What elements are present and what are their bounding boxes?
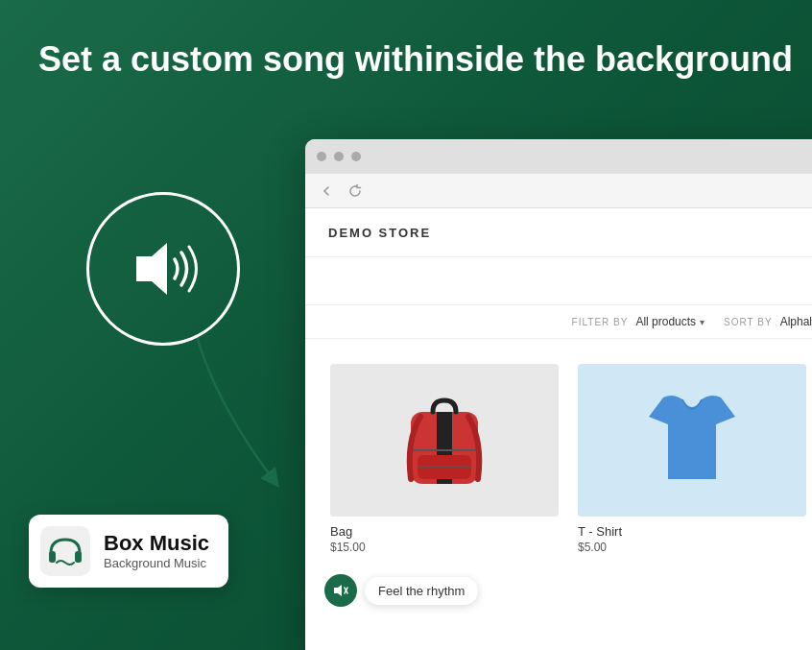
music-player-widget: Feel the rhythm	[324, 574, 478, 607]
badge-title: Box Music	[104, 532, 209, 555]
arrow-line	[168, 326, 293, 499]
product-card-bag: Bag $15.00	[321, 354, 568, 526]
chevron-down-icon: ▾	[700, 317, 705, 327]
product-card-tshirt: T - Shirt $5.00	[568, 354, 812, 526]
badge-icon	[40, 526, 90, 576]
speaker-circle	[86, 192, 240, 346]
browser-dot-green	[351, 152, 361, 161]
product-price-bag: $15.00	[330, 541, 559, 554]
product-name-bag: Bag	[330, 524, 559, 539]
store-header: DEMO STORE	[305, 208, 812, 257]
store-nav	[305, 257, 812, 305]
headphones-icon	[47, 534, 84, 568]
sort-value: Alphal	[780, 315, 812, 328]
main-container: Set a custom song withinside the backgro…	[0, 0, 812, 650]
store-name: DEMO STORE	[328, 226, 431, 240]
browser-dot-red	[317, 152, 326, 161]
svg-marker-6	[334, 585, 342, 596]
browser-dot-yellow	[334, 152, 344, 161]
music-player-btn[interactable]	[324, 574, 357, 607]
products-grid: Bag $15.00 T - Shirt $5.00	[305, 339, 812, 542]
product-image-tshirt	[578, 364, 806, 517]
filter-bar: FILTER BY All products ▾ SORT BY Alphal	[305, 305, 812, 339]
badge-subtitle: Background Music	[104, 556, 209, 570]
headline: Set a custom song withinside the backgro…	[38, 38, 812, 80]
badge-text: Box Music Background Music	[104, 532, 209, 569]
product-price-tshirt: $5.00	[578, 541, 806, 554]
speaker-icon	[125, 235, 202, 302]
browser-titlebar	[305, 139, 812, 174]
browser-refresh-btn[interactable]	[346, 181, 365, 201]
browser-toolbar	[305, 174, 812, 208]
browser-back-btn[interactable]	[317, 181, 336, 201]
product-image-bag	[330, 364, 559, 517]
tshirt-svg	[644, 388, 740, 494]
filter-dropdown[interactable]: All products ▾	[635, 315, 705, 328]
product-name-tshirt: T - Shirt	[578, 524, 806, 539]
filter-label: FILTER BY	[572, 317, 629, 327]
svg-rect-10	[75, 551, 82, 563]
mute-icon	[333, 584, 348, 597]
svg-rect-9	[49, 551, 56, 563]
browser-mockup: DEMO STORE FILTER BY All products ▾ SORT…	[305, 139, 812, 650]
browser-content: DEMO STORE FILTER BY All products ▾ SORT…	[305, 208, 812, 650]
filter-value: All products	[635, 315, 696, 328]
box-music-badge: Box Music Background Music	[29, 515, 228, 588]
backpack-svg	[396, 383, 492, 498]
music-tooltip: Feel the rhythm	[365, 577, 478, 605]
svg-marker-0	[136, 243, 167, 295]
sort-label: SORT BY	[724, 317, 773, 327]
